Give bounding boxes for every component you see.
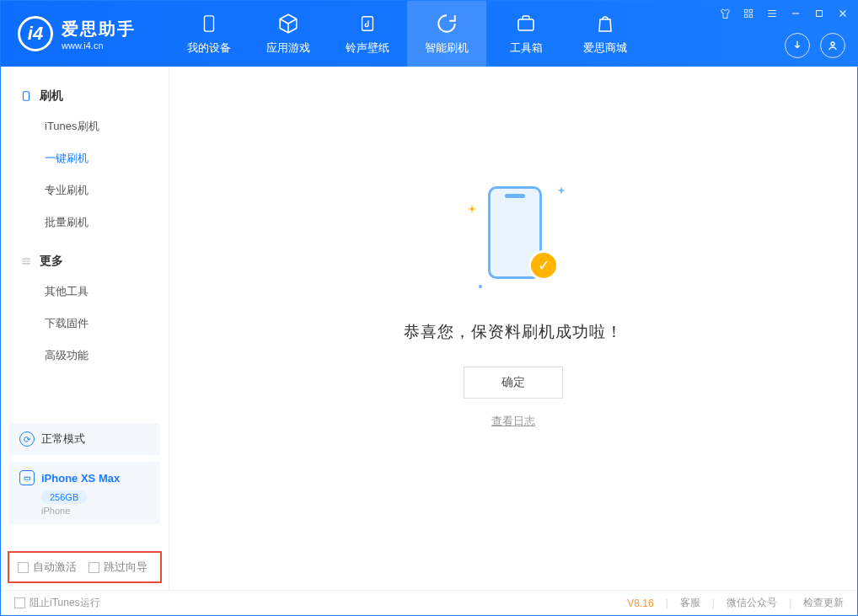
device-type: iPhone	[41, 506, 150, 516]
header-round-buttons	[785, 33, 845, 58]
sidebar-item-itunes-flash[interactable]: iTunes刷机	[1, 110, 169, 142]
checkbox-block-itunes[interactable]: 阻止iTunes运行	[14, 596, 100, 610]
minimize-button[interactable]	[788, 6, 803, 21]
main-content: ✓ 恭喜您，保资料刷机成功啦！ 确定 查看日志	[169, 67, 857, 590]
device-mode[interactable]: ⟳ 正常模式	[9, 423, 160, 455]
bag-icon	[593, 12, 617, 35]
cube-icon	[276, 12, 300, 35]
phone-small-icon	[19, 89, 33, 103]
logo-icon: i4	[18, 16, 53, 51]
tab-ringtone-wallpaper[interactable]: 铃声壁纸	[328, 1, 407, 67]
svg-rect-2	[518, 19, 534, 30]
mode-icon: ⟳	[19, 431, 35, 447]
svg-rect-7	[817, 11, 823, 17]
refresh-shield-icon	[435, 12, 458, 35]
download-button[interactable]	[785, 33, 810, 58]
device-name: iPhone XS Max	[41, 472, 120, 485]
svg-rect-3	[744, 9, 748, 13]
checkbox-icon	[88, 562, 99, 573]
svg-rect-6	[749, 14, 753, 18]
tab-my-device[interactable]: 我的设备	[169, 1, 249, 67]
list-icon	[19, 254, 33, 268]
tab-apps-games[interactable]: 应用游戏	[249, 1, 328, 67]
svg-point-8	[831, 42, 834, 46]
app-header: i4 爱思助手 www.i4.cn 我的设备 应用游戏 铃声壁纸 智能刷机 工具…	[1, 1, 857, 67]
checkbox-skip-guide[interactable]: 跳过向导	[88, 560, 147, 575]
status-bar: 阻止iTunes运行 V8.16 | 客服 | 微信公众号 | 检查更新	[1, 590, 857, 615]
music-file-icon	[356, 12, 379, 35]
sidebar-item-batch-flash[interactable]: 批量刷机	[1, 206, 169, 238]
app-subtitle: www.i4.cn	[62, 40, 136, 51]
flash-options-highlight: 自动激活 跳过向导	[8, 551, 162, 583]
briefcase-icon	[514, 12, 538, 35]
device-icon: ▭	[19, 470, 35, 485]
app-title: 爱思助手	[62, 18, 136, 40]
close-button[interactable]	[835, 6, 850, 21]
sidebar-item-other-tools[interactable]: 其他工具	[1, 276, 169, 308]
success-message: 恭喜您，保资料刷机成功啦！	[404, 321, 623, 343]
menu-icon[interactable]	[764, 6, 780, 21]
view-log-link[interactable]: 查看日志	[491, 414, 535, 429]
svg-rect-4	[749, 9, 753, 13]
window-controls	[717, 6, 850, 21]
tab-store[interactable]: 爱思商城	[566, 1, 645, 67]
sidebar-item-oneclick-flash[interactable]: 一键刷机	[1, 142, 169, 174]
grid-icon[interactable]	[741, 6, 756, 21]
svg-rect-9	[24, 92, 29, 101]
footer-link-support[interactable]: 客服	[680, 596, 700, 610]
sidebar-item-pro-flash[interactable]: 专业刷机	[1, 174, 169, 206]
phone-icon	[197, 12, 221, 35]
svg-rect-5	[744, 14, 748, 18]
checkbox-icon	[14, 597, 25, 608]
maximize-button[interactable]	[812, 6, 827, 21]
device-capacity: 256GB	[41, 490, 87, 504]
checkbox-icon	[18, 562, 29, 573]
tab-smart-flash[interactable]: 智能刷机	[407, 1, 486, 67]
sidebar-item-download-firmware[interactable]: 下载固件	[1, 308, 169, 340]
device-info[interactable]: ▭ iPhone XS Max 256GB iPhone	[9, 462, 160, 524]
footer-link-update[interactable]: 检查更新	[803, 596, 844, 610]
sidebar-item-advanced[interactable]: 高级功能	[1, 340, 169, 372]
group-more: 更多	[1, 247, 169, 276]
tshirt-icon[interactable]	[717, 6, 732, 21]
logo: i4 爱思助手 www.i4.cn	[1, 16, 169, 51]
checkbox-auto-activate[interactable]: 自动激活	[18, 560, 77, 575]
check-badge-icon: ✓	[528, 250, 559, 281]
svg-rect-0	[205, 16, 214, 31]
svg-rect-1	[362, 17, 373, 31]
svg-point-10	[479, 285, 482, 288]
success-illustration: ✓	[463, 178, 564, 296]
footer-link-wechat[interactable]: 微信公众号	[727, 596, 777, 610]
nav-tabs: 我的设备 应用游戏 铃声壁纸 智能刷机 工具箱 爱思商城	[169, 1, 645, 67]
tab-toolbox[interactable]: 工具箱	[486, 1, 566, 67]
sidebar: 刷机 iTunes刷机 一键刷机 专业刷机 批量刷机 更多 其他工具 下载固件 …	[1, 67, 169, 590]
user-button[interactable]	[820, 33, 845, 58]
ok-button[interactable]: 确定	[464, 367, 563, 399]
group-flash: 刷机	[1, 82, 169, 110]
version-label: V8.16	[627, 597, 653, 609]
